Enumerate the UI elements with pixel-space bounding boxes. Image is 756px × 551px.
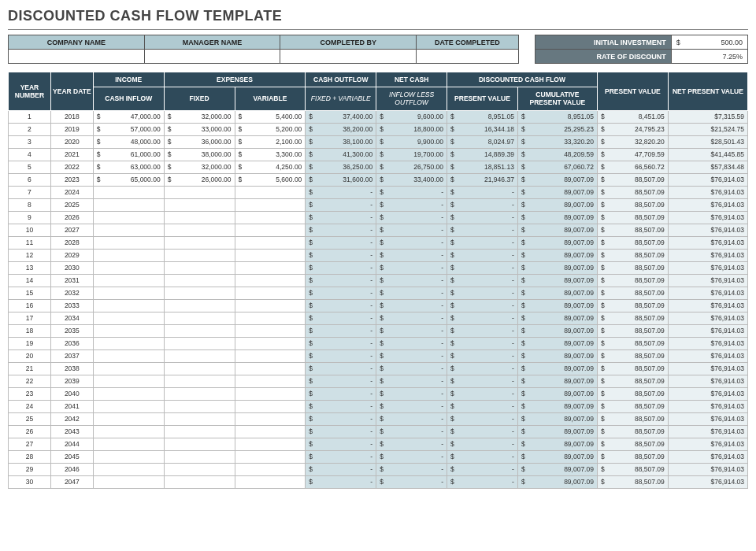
cell-cash-outflow[interactable]: $38,200.00 <box>306 123 376 135</box>
cell-net-cash[interactable]: $- <box>376 425 447 438</box>
cell-year-date[interactable]: 2034 <box>50 312 93 324</box>
cell-cash-inflow[interactable] <box>93 450 164 463</box>
cell-net-present-value[interactable]: $76,914.03 <box>668 425 747 438</box>
cell-variable[interactable]: $5,200.00 <box>235 123 306 135</box>
cell-present-value2[interactable]: $88,507.09 <box>597 400 668 412</box>
cell-cash-inflow[interactable]: $61,000.00 <box>93 148 164 161</box>
cell-net-cash[interactable]: $- <box>376 224 447 236</box>
cell-net-cash[interactable]: $- <box>376 287 447 299</box>
cell-year-date[interactable]: 2035 <box>50 324 93 337</box>
cell-net-present-value[interactable]: $76,914.03 <box>668 463 747 475</box>
cell-present-value2[interactable]: $88,507.09 <box>597 362 668 375</box>
cell-cumulative-pv[interactable]: $89,007.09 <box>517 362 597 375</box>
cell-variable[interactable]: $3,300.00 <box>235 148 306 161</box>
cell-present-value[interactable]: $- <box>447 324 518 337</box>
cell-present-value2[interactable]: $88,507.09 <box>597 236 668 249</box>
cell-year-date[interactable]: 2023 <box>50 173 93 186</box>
cell-cash-inflow[interactable]: $48,000.00 <box>93 135 164 148</box>
cell-year-date[interactable]: 2044 <box>50 438 93 450</box>
cell-present-value2[interactable]: $88,507.09 <box>597 387 668 400</box>
cell-cash-outflow[interactable]: $- <box>306 249 376 261</box>
cell-present-value2[interactable]: $88,507.09 <box>597 375 668 387</box>
cell-year-number[interactable]: 3 <box>9 135 51 148</box>
cell-net-present-value[interactable]: $76,914.03 <box>668 186 747 198</box>
cell-present-value[interactable]: $- <box>447 312 518 324</box>
cell-fixed[interactable] <box>164 337 235 349</box>
cell-variable[interactable] <box>235 324 306 337</box>
cell-fixed[interactable] <box>164 324 235 337</box>
cell-year-date[interactable]: 2029 <box>50 249 93 261</box>
cell-cash-outflow[interactable]: $41,300.00 <box>306 148 376 161</box>
cell-variable[interactable] <box>235 299 306 312</box>
cell-present-value2[interactable]: $88,507.09 <box>597 349 668 362</box>
cell-year-date[interactable]: 2022 <box>50 161 93 173</box>
cell-net-present-value[interactable]: $76,914.03 <box>668 375 747 387</box>
cell-net-cash[interactable]: $- <box>376 400 447 412</box>
cell-present-value[interactable]: $- <box>447 236 518 249</box>
cell-year-number[interactable]: 26 <box>9 425 51 438</box>
cell-present-value[interactable]: $- <box>447 463 518 475</box>
cell-cumulative-pv[interactable]: $89,007.09 <box>517 375 597 387</box>
cell-net-present-value[interactable]: $76,914.03 <box>668 261 747 274</box>
input-company[interactable] <box>9 50 145 64</box>
cell-net-cash[interactable]: $- <box>376 412 447 425</box>
cell-cash-outflow[interactable]: $31,600.00 <box>306 173 376 186</box>
cell-variable[interactable] <box>235 274 306 287</box>
cell-present-value2[interactable]: $88,507.09 <box>597 173 668 186</box>
cell-year-date[interactable]: 2027 <box>50 224 93 236</box>
cell-year-date[interactable]: 2019 <box>50 123 93 135</box>
cell-net-cash[interactable]: $- <box>376 475 447 488</box>
cell-present-value2[interactable]: $88,507.09 <box>597 299 668 312</box>
cell-year-number[interactable]: 19 <box>9 337 51 349</box>
cell-present-value[interactable]: $- <box>447 362 518 375</box>
cell-cash-inflow[interactable] <box>93 261 164 274</box>
cell-cash-inflow[interactable] <box>93 412 164 425</box>
cell-present-value[interactable]: $- <box>447 299 518 312</box>
cell-net-cash[interactable]: $18,800.00 <box>376 123 447 135</box>
cell-fixed[interactable] <box>164 312 235 324</box>
cell-year-number[interactable]: 14 <box>9 274 51 287</box>
cell-fixed[interactable] <box>164 249 235 261</box>
cell-present-value2[interactable]: $88,507.09 <box>597 425 668 438</box>
cell-year-date[interactable]: 2024 <box>50 186 93 198</box>
cell-cumulative-pv[interactable]: $48,209.59 <box>517 148 597 161</box>
cell-net-present-value[interactable]: $76,914.03 <box>668 450 747 463</box>
cell-cash-outflow[interactable]: $37,400.00 <box>306 110 376 123</box>
cell-cumulative-pv[interactable]: $89,007.09 <box>517 261 597 274</box>
cell-year-date[interactable]: 2018 <box>50 110 93 123</box>
cell-cumulative-pv[interactable]: $89,007.09 <box>517 312 597 324</box>
cell-year-number[interactable]: 8 <box>9 198 51 211</box>
cell-cash-inflow[interactable]: $63,000.00 <box>93 161 164 173</box>
cell-cumulative-pv[interactable]: $89,007.09 <box>517 337 597 349</box>
cell-year-date[interactable]: 2037 <box>50 349 93 362</box>
cell-year-number[interactable]: 13 <box>9 261 51 274</box>
cell-year-number[interactable]: 24 <box>9 400 51 412</box>
cell-net-cash[interactable]: $- <box>376 362 447 375</box>
cell-cash-inflow[interactable] <box>93 375 164 387</box>
cell-year-number[interactable]: 22 <box>9 375 51 387</box>
cell-net-cash[interactable]: $- <box>376 450 447 463</box>
cell-present-value2[interactable]: $88,507.09 <box>597 438 668 450</box>
cell-year-number[interactable]: 25 <box>9 412 51 425</box>
cell-cash-inflow[interactable] <box>93 249 164 261</box>
value-initial-investment[interactable]: $500.00 <box>671 35 747 50</box>
cell-net-present-value[interactable]: $76,914.03 <box>668 274 747 287</box>
cell-fixed[interactable] <box>164 387 235 400</box>
cell-present-value[interactable]: $18,851.13 <box>447 161 518 173</box>
cell-fixed[interactable] <box>164 362 235 375</box>
cell-cash-outflow[interactable]: $36,250.00 <box>306 161 376 173</box>
cell-fixed[interactable] <box>164 463 235 475</box>
cell-variable[interactable] <box>235 312 306 324</box>
cell-fixed[interactable] <box>164 450 235 463</box>
cell-present-value[interactable]: $- <box>447 186 518 198</box>
cell-cash-outflow[interactable]: $- <box>306 337 376 349</box>
cell-cash-outflow[interactable]: $- <box>306 186 376 198</box>
cell-net-present-value[interactable]: $7,315.59 <box>668 110 747 123</box>
cell-net-present-value[interactable]: $41,445.85 <box>668 148 747 161</box>
cell-cash-outflow[interactable]: $- <box>306 198 376 211</box>
cell-present-value2[interactable]: $88,507.09 <box>597 186 668 198</box>
cell-present-value2[interactable]: $88,507.09 <box>597 337 668 349</box>
cell-present-value2[interactable]: $88,507.09 <box>597 287 668 299</box>
cell-net-present-value[interactable]: $76,914.03 <box>668 324 747 337</box>
cell-net-present-value[interactable]: $76,914.03 <box>668 299 747 312</box>
